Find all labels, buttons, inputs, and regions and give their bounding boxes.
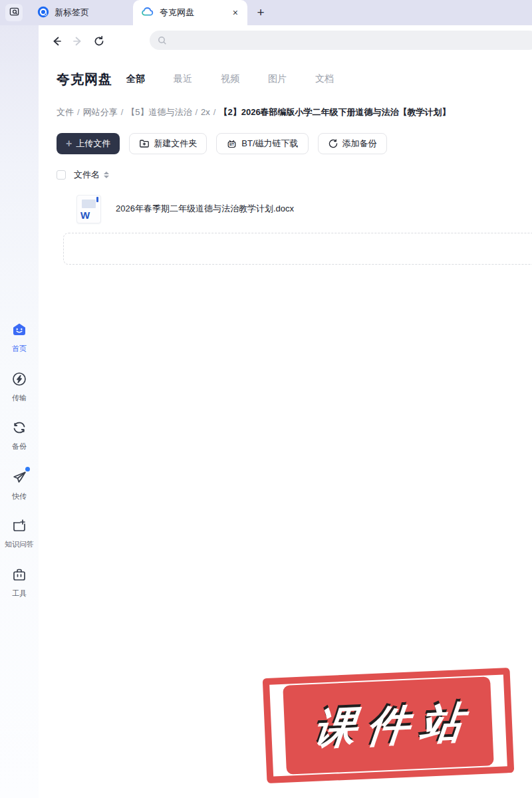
upload-file-label: 上传文件 [76,138,110,150]
refresh-icon [93,35,105,47]
column-header-filename: 文件名 [74,169,100,181]
breadcrumb-separator: / [121,107,124,117]
notification-badge [25,467,30,471]
sidebar-item-home[interactable]: 首页 [0,321,39,354]
breadcrumb-separator: / [195,107,198,117]
tab-search-icon [9,7,19,19]
sort-icon[interactable] [104,172,109,178]
tab-close-icon[interactable]: × [231,7,239,18]
sidebar-item-tools[interactable]: 工具 [0,567,39,598]
transfer-icon [11,371,27,390]
sidebar-item-label: 首页 [0,344,39,354]
new-folder-button[interactable]: 新建文件夹 [129,133,207,154]
back-arrow-icon [51,35,63,47]
tab-label: 新标签页 [55,7,121,19]
breadcrumb-item[interactable]: 网站分享 [83,107,118,117]
browser-tab-quark-drive[interactable]: 夸克网盘 × [133,0,247,25]
tab-videos[interactable]: 视频 [221,73,239,85]
backup-circle-icon [328,138,338,149]
plus-icon: + [66,138,72,150]
tab-images[interactable]: 图片 [268,73,287,85]
forward-button[interactable] [70,34,85,49]
toolbox-icon [11,567,27,585]
svg-text:BT: BT [229,142,235,146]
sidebar-item-knowledge-qa[interactable]: 知识问答 [0,517,39,549]
breadcrumb-item[interactable]: 文件 [57,107,74,117]
search-icon [158,36,167,45]
add-backup-button[interactable]: 添加备份 [318,133,387,154]
file-table-header: 文件名 [57,168,109,182]
refresh-button[interactable] [92,34,106,49]
home-smile-icon [11,321,28,340]
toolbar: + 上传文件 新建文件夹 BT BT/磁力链下载 添加备份 [57,133,387,154]
sidebar-item-label: 快传 [0,491,39,501]
bt-magnet-download-button[interactable]: BT BT/磁力链下载 [216,133,308,154]
tab-all[interactable]: 全部 [126,73,145,85]
sidebar-item-transfer[interactable]: 传输 [0,371,39,403]
left-sidebar: 首页 传输 备份 快传 [0,25,39,798]
address-search-bar[interactable] [150,31,532,50]
view-tabs: 全部 最近 视频 图片 文档 [126,73,334,85]
sidebar-item-label: 传输 [0,393,39,403]
word-document-icon: W [76,195,101,223]
tab-recent[interactable]: 最近 [174,73,192,85]
breadcrumb-separator: / [77,107,80,117]
page-title: 夸克网盘 [57,70,112,88]
sidebar-item-label: 知识问答 [0,539,39,549]
breadcrumb-item[interactable]: 【5】道德与法治 [126,107,192,117]
add-backup-label: 添加备份 [342,138,377,150]
quick-send-icon [11,469,28,488]
upload-file-button[interactable]: + 上传文件 [57,133,120,154]
sidebar-item-label: 工具 [0,589,39,598]
quark-browser-logo-icon [37,6,49,20]
back-button[interactable] [49,34,64,49]
file-name: 2026年春季期二年级道德与法治教学计划.docx [116,203,294,215]
main-content: 夸克网盘 全部 最近 视频 图片 文档 文件/网站分享/【5】道德与法治/2x/… [39,25,532,798]
forward-arrow-icon [72,35,84,47]
breadcrumb: 文件/网站分享/【5】道德与法治/2x/【2】2026春部编版小学二年级下册道德… [57,106,451,118]
file-row[interactable]: W 2026年春季期二年级道德与法治教学计划.docx [57,192,522,226]
breadcrumb-current: 【2】2026春部编版小学二年级下册道德与法治【教学计划】 [219,107,450,117]
browser-nav-row [39,25,532,59]
sidebar-item-label: 备份 [0,442,39,452]
tab-search-button[interactable] [5,4,23,21]
knowledge-qa-icon [11,517,27,536]
upload-dropzone[interactable] [63,233,532,265]
bt-download-label: BT/磁力链下载 [241,138,298,150]
backup-sync-icon [11,420,27,438]
browser-tab-bar: 新标签页 夸克网盘 × + [0,0,532,25]
breadcrumb-item[interactable]: 2x [201,107,210,117]
sidebar-item-quick-send[interactable]: 快传 [0,469,39,501]
folder-plus-icon [139,138,150,149]
breadcrumb-separator: / [213,107,216,117]
browser-tab-new-tab-page[interactable]: 新标签页 [29,0,129,25]
bt-download-icon: BT [226,138,237,150]
new-tab-button[interactable]: + [253,5,269,21]
select-all-checkbox[interactable] [57,170,66,180]
new-folder-label: 新建文件夹 [154,138,197,150]
sidebar-item-backup[interactable]: 备份 [0,420,39,452]
tab-documents[interactable]: 文档 [315,73,334,85]
quark-drive-cloud-icon [141,5,154,21]
tab-label: 夸克网盘 [160,7,226,19]
